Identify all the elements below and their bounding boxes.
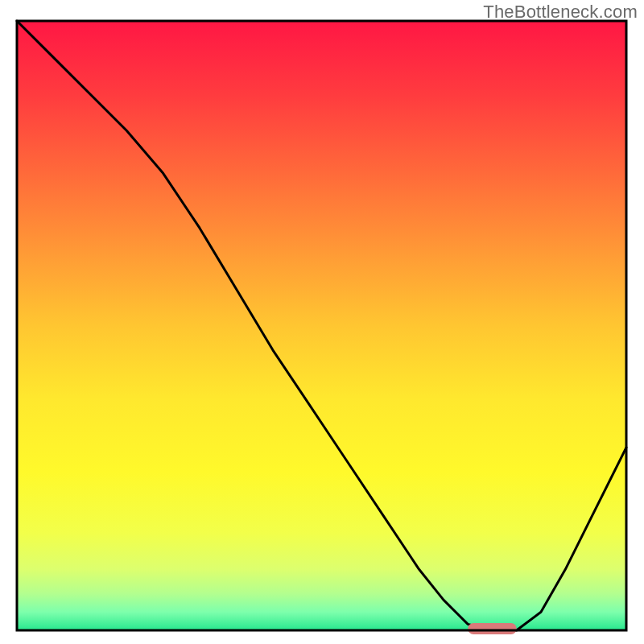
chart-stage: TheBottleneck.com xyxy=(0,0,644,644)
bottleneck-chart xyxy=(0,0,644,644)
svg-rect-1 xyxy=(468,623,517,634)
